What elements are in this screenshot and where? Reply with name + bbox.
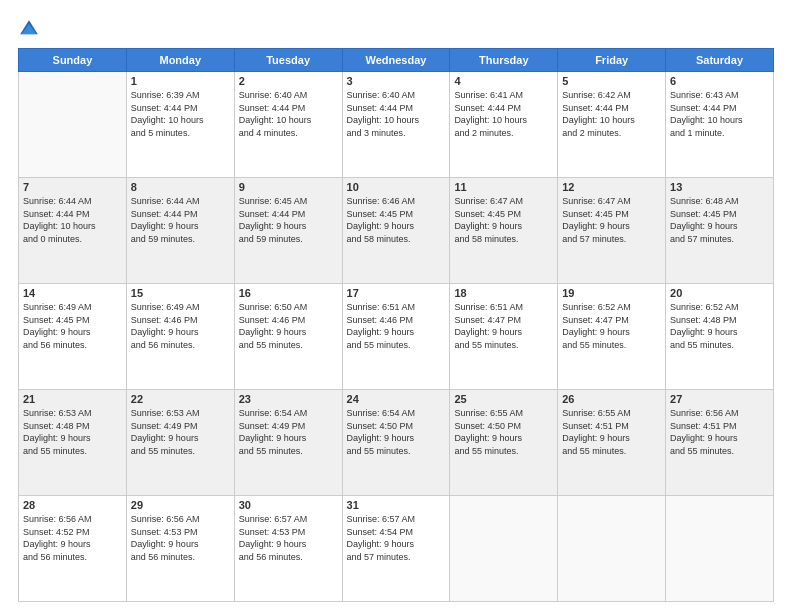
day-number: 4 [454,75,553,87]
day-info: Sunrise: 6:56 AMSunset: 4:53 PMDaylight:… [131,513,230,563]
day-cell: 25Sunrise: 6:55 AMSunset: 4:50 PMDayligh… [450,390,558,496]
day-cell: 27Sunrise: 6:56 AMSunset: 4:51 PMDayligh… [666,390,774,496]
day-cell: 1Sunrise: 6:39 AMSunset: 4:44 PMDaylight… [126,72,234,178]
calendar-table: SundayMondayTuesdayWednesdayThursdayFrid… [18,48,774,602]
day-number: 8 [131,181,230,193]
day-cell [450,496,558,602]
day-cell: 5Sunrise: 6:42 AMSunset: 4:44 PMDaylight… [558,72,666,178]
logo [18,18,44,40]
day-cell [666,496,774,602]
day-cell: 21Sunrise: 6:53 AMSunset: 4:48 PMDayligh… [19,390,127,496]
day-header-wednesday: Wednesday [342,49,450,72]
day-info: Sunrise: 6:52 AMSunset: 4:47 PMDaylight:… [562,301,661,351]
day-info: Sunrise: 6:51 AMSunset: 4:46 PMDaylight:… [347,301,446,351]
day-number: 20 [670,287,769,299]
day-cell: 16Sunrise: 6:50 AMSunset: 4:46 PMDayligh… [234,284,342,390]
day-cell: 22Sunrise: 6:53 AMSunset: 4:49 PMDayligh… [126,390,234,496]
day-number: 22 [131,393,230,405]
day-info: Sunrise: 6:53 AMSunset: 4:49 PMDaylight:… [131,407,230,457]
day-info: Sunrise: 6:47 AMSunset: 4:45 PMDaylight:… [454,195,553,245]
day-cell: 9Sunrise: 6:45 AMSunset: 4:44 PMDaylight… [234,178,342,284]
day-cell: 29Sunrise: 6:56 AMSunset: 4:53 PMDayligh… [126,496,234,602]
day-info: Sunrise: 6:55 AMSunset: 4:51 PMDaylight:… [562,407,661,457]
day-cell: 24Sunrise: 6:54 AMSunset: 4:50 PMDayligh… [342,390,450,496]
week-row-4: 28Sunrise: 6:56 AMSunset: 4:52 PMDayligh… [19,496,774,602]
day-cell: 15Sunrise: 6:49 AMSunset: 4:46 PMDayligh… [126,284,234,390]
day-number: 24 [347,393,446,405]
week-row-3: 21Sunrise: 6:53 AMSunset: 4:48 PMDayligh… [19,390,774,496]
day-cell: 3Sunrise: 6:40 AMSunset: 4:44 PMDaylight… [342,72,450,178]
day-cell: 7Sunrise: 6:44 AMSunset: 4:44 PMDaylight… [19,178,127,284]
day-cell [558,496,666,602]
day-cell: 2Sunrise: 6:40 AMSunset: 4:44 PMDaylight… [234,72,342,178]
day-cell: 18Sunrise: 6:51 AMSunset: 4:47 PMDayligh… [450,284,558,390]
page: SundayMondayTuesdayWednesdayThursdayFrid… [0,0,792,612]
day-cell: 13Sunrise: 6:48 AMSunset: 4:45 PMDayligh… [666,178,774,284]
day-info: Sunrise: 6:49 AMSunset: 4:46 PMDaylight:… [131,301,230,351]
day-number: 11 [454,181,553,193]
day-info: Sunrise: 6:57 AMSunset: 4:54 PMDaylight:… [347,513,446,563]
day-number: 30 [239,499,338,511]
day-number: 17 [347,287,446,299]
day-number: 13 [670,181,769,193]
day-cell: 6Sunrise: 6:43 AMSunset: 4:44 PMDaylight… [666,72,774,178]
day-number: 1 [131,75,230,87]
day-info: Sunrise: 6:54 AMSunset: 4:49 PMDaylight:… [239,407,338,457]
day-info: Sunrise: 6:48 AMSunset: 4:45 PMDaylight:… [670,195,769,245]
day-info: Sunrise: 6:41 AMSunset: 4:44 PMDaylight:… [454,89,553,139]
day-number: 3 [347,75,446,87]
week-row-0: 1Sunrise: 6:39 AMSunset: 4:44 PMDaylight… [19,72,774,178]
day-header-tuesday: Tuesday [234,49,342,72]
day-number: 23 [239,393,338,405]
day-info: Sunrise: 6:43 AMSunset: 4:44 PMDaylight:… [670,89,769,139]
day-info: Sunrise: 6:40 AMSunset: 4:44 PMDaylight:… [347,89,446,139]
day-cell: 8Sunrise: 6:44 AMSunset: 4:44 PMDaylight… [126,178,234,284]
day-cell: 23Sunrise: 6:54 AMSunset: 4:49 PMDayligh… [234,390,342,496]
day-number: 27 [670,393,769,405]
day-number: 2 [239,75,338,87]
day-number: 7 [23,181,122,193]
day-info: Sunrise: 6:51 AMSunset: 4:47 PMDaylight:… [454,301,553,351]
day-info: Sunrise: 6:56 AMSunset: 4:51 PMDaylight:… [670,407,769,457]
day-info: Sunrise: 6:56 AMSunset: 4:52 PMDaylight:… [23,513,122,563]
day-number: 29 [131,499,230,511]
day-info: Sunrise: 6:50 AMSunset: 4:46 PMDaylight:… [239,301,338,351]
day-number: 12 [562,181,661,193]
header [18,18,774,40]
day-number: 25 [454,393,553,405]
day-header-thursday: Thursday [450,49,558,72]
day-cell: 17Sunrise: 6:51 AMSunset: 4:46 PMDayligh… [342,284,450,390]
day-info: Sunrise: 6:49 AMSunset: 4:45 PMDaylight:… [23,301,122,351]
day-number: 28 [23,499,122,511]
day-number: 10 [347,181,446,193]
day-header-saturday: Saturday [666,49,774,72]
day-info: Sunrise: 6:52 AMSunset: 4:48 PMDaylight:… [670,301,769,351]
day-info: Sunrise: 6:44 AMSunset: 4:44 PMDaylight:… [23,195,122,245]
calendar-body: 1Sunrise: 6:39 AMSunset: 4:44 PMDaylight… [19,72,774,602]
day-number: 26 [562,393,661,405]
day-cell: 11Sunrise: 6:47 AMSunset: 4:45 PMDayligh… [450,178,558,284]
day-cell: 12Sunrise: 6:47 AMSunset: 4:45 PMDayligh… [558,178,666,284]
day-number: 21 [23,393,122,405]
day-info: Sunrise: 6:40 AMSunset: 4:44 PMDaylight:… [239,89,338,139]
day-info: Sunrise: 6:44 AMSunset: 4:44 PMDaylight:… [131,195,230,245]
day-cell: 30Sunrise: 6:57 AMSunset: 4:53 PMDayligh… [234,496,342,602]
day-info: Sunrise: 6:53 AMSunset: 4:48 PMDaylight:… [23,407,122,457]
day-info: Sunrise: 6:47 AMSunset: 4:45 PMDaylight:… [562,195,661,245]
day-number: 9 [239,181,338,193]
day-cell: 14Sunrise: 6:49 AMSunset: 4:45 PMDayligh… [19,284,127,390]
day-cell [19,72,127,178]
day-cell: 10Sunrise: 6:46 AMSunset: 4:45 PMDayligh… [342,178,450,284]
day-info: Sunrise: 6:54 AMSunset: 4:50 PMDaylight:… [347,407,446,457]
day-number: 6 [670,75,769,87]
day-number: 19 [562,287,661,299]
days-header-row: SundayMondayTuesdayWednesdayThursdayFrid… [19,49,774,72]
day-header-friday: Friday [558,49,666,72]
day-cell: 19Sunrise: 6:52 AMSunset: 4:47 PMDayligh… [558,284,666,390]
day-number: 31 [347,499,446,511]
day-number: 15 [131,287,230,299]
day-info: Sunrise: 6:42 AMSunset: 4:44 PMDaylight:… [562,89,661,139]
day-number: 16 [239,287,338,299]
week-row-1: 7Sunrise: 6:44 AMSunset: 4:44 PMDaylight… [19,178,774,284]
day-info: Sunrise: 6:55 AMSunset: 4:50 PMDaylight:… [454,407,553,457]
